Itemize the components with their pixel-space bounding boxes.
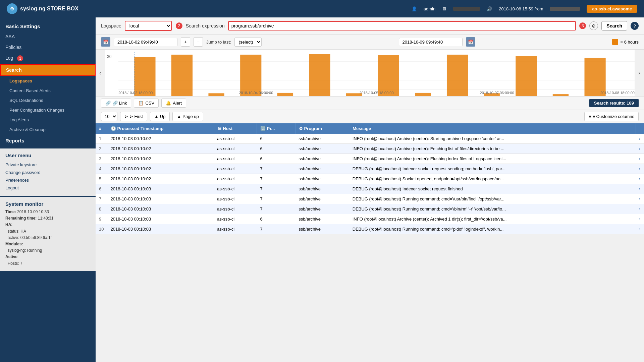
row-expand-button[interactable]: › [636,184,644,194]
row-expand-button[interactable]: › [636,144,644,154]
sidebar-item-aaa[interactable]: AAA [0,31,96,42]
row-expand-button[interactable]: › [636,204,644,214]
svg-rect-11 [378,55,399,96]
alert-button[interactable]: 🔔 Alert [161,99,186,108]
row-expand-button[interactable]: › [636,134,644,144]
sidebar-item-policies[interactable]: Policies [0,42,96,53]
sidebar-item-log[interactable]: Log 1 [0,53,96,64]
jump-select[interactable]: (select) [234,38,262,47]
link-icon: 🔗 [105,101,111,106]
priority-icon: 🔢 [260,126,266,131]
sidebar-subitem-logspaces[interactable]: Logspaces [0,76,96,86]
row-expand-button[interactable]: › [636,224,644,234]
user-menu-title: User menu [5,153,90,158]
cell-message: INFO (root@localhost) Archive (center): … [349,214,636,224]
cell-num: 3 [96,154,107,164]
cell-host: as-ssb-cl [214,194,257,204]
table-row[interactable]: 4 2018-10-03 00:10:02 as-ssb-cl 7 ssb/ar… [96,164,644,174]
col-num: # [96,123,107,134]
table-row[interactable]: 9 2018-10-03 00:10:03 as-ssb-cl 6 ssb/ar… [96,214,644,224]
sidebar-item-search[interactable]: Search [0,64,96,76]
col-priority[interactable]: 🔢 Pr... [257,123,295,134]
user-menu-item-logout[interactable]: Logout [5,184,90,192]
chart-next-button[interactable]: › [635,50,644,96]
col-expand [636,123,644,134]
chart-x-labels: 2018-10-02 18:00:00 2018-10-04 06:00:00 … [118,91,635,95]
user-menu-item-private-keystore[interactable]: Private keystore [5,161,90,169]
username: admin [424,6,435,11]
table-row[interactable]: 2 2018-10-03 00:10:02 as-ssb-cl 6 ssb/ar… [96,144,644,154]
first-button[interactable]: ⊳ ⊳ First [120,112,147,121]
table-row[interactable]: 1 2018-10-03 00:10:02 as-ssb-cl 6 ssb/ar… [96,134,644,144]
cell-timestamp: 2018-10-03 00:10:03 [107,204,214,214]
logo-icon: ⊕ [7,3,17,14]
cell-timestamp: 2018-10-03 00:10:03 [107,194,214,204]
zoom-in-button[interactable]: + [181,37,190,47]
content-area: Logspace local 2 Search expression 3 ⊘ S… [96,17,644,362]
modules-label: Modules: [5,242,23,246]
cell-host: as-ssb-cl [214,144,257,154]
active-label: Active [5,254,17,259]
customize-columns-button[interactable]: ≡ ≡ Customize columns [584,112,639,121]
app-title: syslog-ng STORE BOX [20,6,78,12]
table-row[interactable]: 10 2018-10-03 00:10:03 as-ssb-cl 7 ssb/a… [96,224,644,234]
sidebar-subitem-sql-destinations[interactable]: SQL Destinations [0,96,96,105]
table-row[interactable]: 3 2018-10-03 00:10:02 as-ssb-cl 6 ssb/ar… [96,154,644,164]
row-expand-button[interactable]: › [636,214,644,224]
per-page-select[interactable]: 10 25 50 [101,112,117,121]
chart-prev-button[interactable]: ‹ [96,50,105,96]
clear-search-button[interactable]: ⊘ [589,21,598,30]
col-processed-timestamp[interactable]: 🕐 Processed Timestamp [107,123,214,134]
sidebar-subitem-log-alerts[interactable]: Log Alerts [0,115,96,125]
col-program[interactable]: ⚙ Program [295,123,349,134]
up-button[interactable]: ▲ Up [150,112,170,121]
table-row[interactable]: 6 2018-10-03 00:10:03 as-ssb-cl 7 ssb/ar… [96,184,644,194]
csv-button[interactable]: 📋 CSV [134,99,159,108]
search-expression-input[interactable] [228,21,576,31]
sidebar: Basic Settings AAA Policies Log 1 Search… [0,17,96,362]
cell-num: 2 [96,144,107,154]
connection-icon: 🔊 [487,6,492,11]
table-row[interactable]: 7 2018-10-03 00:10:03 as-ssb-cl 7 ssb/ar… [96,194,644,204]
table-row[interactable]: 8 2018-10-03 00:10:03 as-ssb-cl 7 ssb/ar… [96,204,644,214]
sidebar-subitem-peer-config-changes[interactable]: Peer Configuration Changes [0,105,96,115]
remaining-value: 11:48:31 [38,216,54,221]
col-host[interactable]: 🖥 Host [214,123,257,134]
start-calendar-icon[interactable]: 📅 [101,37,110,47]
start-date-input[interactable] [114,38,177,46]
step2-badge: 2 [176,22,182,29]
sidebar-subitem-content-based-alerts[interactable]: Content-Based Alerts [0,86,96,96]
cell-program: ssb/archive [295,204,349,214]
svg-rect-7 [240,55,261,96]
cell-priority: 6 [257,134,295,144]
row-expand-button[interactable]: › [636,154,644,164]
active-hosts: Hosts: 7 [8,261,22,266]
search-button[interactable]: Search [601,21,627,31]
cell-host: as-ssb-cl [214,164,257,174]
table-row[interactable]: 5 2018-10-03 00:10:02 as-ssb-cl 7 ssb/ar… [96,174,644,184]
cell-message: DEBUG (root@localhost) Indexer socket re… [349,164,636,174]
col-message[interactable]: Message [349,123,636,134]
table-header-row: # 🕐 Processed Timestamp 🖥 Host 🔢 Pr... [96,123,644,134]
cell-timestamp: 2018-10-03 00:10:02 [107,134,214,144]
row-expand-button[interactable]: › [636,174,644,184]
sidebar-item-reports[interactable]: Reports [0,134,96,145]
cell-num: 5 [96,174,107,184]
logspace-select[interactable]: local [125,21,172,31]
user-menu-item-change-password[interactable]: Change password [5,169,90,176]
row-expand-button[interactable]: › [636,194,644,204]
end-date-input[interactable] [399,38,463,46]
user-menu-item-preferences[interactable]: Preferences [5,176,90,184]
sidebar-item-basic-settings[interactable]: Basic Settings [0,20,96,31]
date-range-bar: 📅 + − Jump to last: (select) 📅 = 6 hours [96,35,644,50]
link-button[interactable]: 🔗 🔗 Link [101,99,131,108]
row-expand-button[interactable]: › [636,164,644,174]
zoom-out-button[interactable]: − [194,37,203,47]
program-icon: ⚙ [299,126,303,131]
help-button[interactable]: ? [631,22,639,30]
sidebar-subitem-archive-cleanup[interactable]: Archive & Cleanup [0,125,96,134]
legend-label: = 6 hours [620,40,639,45]
end-calendar-icon[interactable]: 📅 [466,37,475,47]
svg-rect-13 [447,55,468,96]
page-up-button[interactable]: ▲ Page up [172,112,203,121]
